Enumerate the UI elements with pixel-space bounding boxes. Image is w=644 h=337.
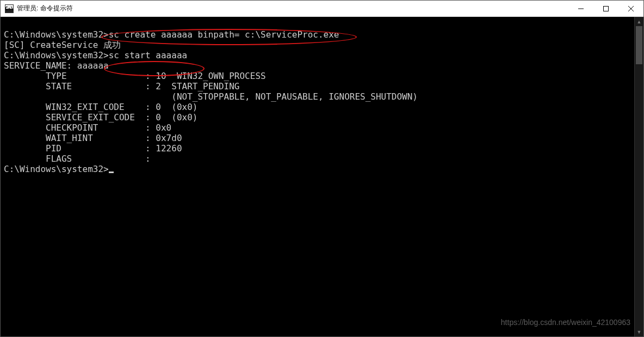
output-line: C:\Windows\system32> bbox=[4, 164, 631, 174]
maximize-button[interactable] bbox=[593, 1, 618, 16]
output-line: C:\Windows\system32>sc create aaaaaa bin… bbox=[4, 29, 631, 40]
output-line: WAIT_HINT : 0x7d0 bbox=[4, 133, 631, 143]
scroll-up-button[interactable]: ▲ bbox=[635, 17, 643, 26]
vertical-scrollbar[interactable]: ▲ ▼ bbox=[634, 17, 643, 336]
output-line: SERVICE_NAME: aaaaaa bbox=[4, 60, 631, 71]
output-line: FLAGS : bbox=[4, 154, 631, 164]
output-line: PID : 12260 bbox=[4, 143, 631, 154]
output-line: C:\Windows\system32>sc start aaaaaa bbox=[4, 50, 631, 60]
output-line: CHECKPOINT : 0x0 bbox=[4, 122, 631, 133]
titlebar[interactable]: C:\ 管理员: 命令提示符 bbox=[1, 1, 643, 17]
command-text: sc create aaaaaa binpath= c:\ServiceProc… bbox=[109, 29, 339, 40]
output-line: [SC] CreateService 成功 bbox=[4, 40, 631, 50]
command-text: sc start aaaaaa bbox=[109, 50, 188, 60]
output-line: STATE : 2 START_PENDING bbox=[4, 81, 631, 91]
command-prompt-window: C:\ 管理员: 命令提示符 C:\Windows\system32>sc cr… bbox=[0, 0, 644, 337]
scrollbar-thumb[interactable] bbox=[636, 26, 642, 64]
terminal-container: C:\Windows\system32>sc create aaaaaa bin… bbox=[1, 17, 643, 336]
prompt-text: C:\Windows\system32> bbox=[4, 29, 109, 40]
cmd-icon: C:\ bbox=[5, 4, 14, 13]
output-line: TYPE : 10 WIN32_OWN_PROCESS bbox=[4, 71, 631, 81]
minimize-button[interactable] bbox=[568, 1, 593, 16]
prompt-text: C:\Windows\system32> bbox=[4, 50, 109, 60]
svg-rect-1 bbox=[604, 6, 609, 11]
output-line: (NOT_STOPPABLE, NOT_PAUSABLE, IGNORES_SH… bbox=[4, 91, 631, 102]
output-line: SERVICE_EXIT_CODE : 0 (0x0) bbox=[4, 112, 631, 122]
prompt-text: C:\Windows\system32> bbox=[4, 164, 109, 174]
close-button[interactable] bbox=[618, 1, 643, 16]
output-line: WIN32_EXIT_CODE : 0 (0x0) bbox=[4, 102, 631, 112]
cursor bbox=[109, 171, 114, 173]
window-title: 管理员: 命令提示符 bbox=[17, 4, 568, 13]
window-controls bbox=[568, 1, 643, 16]
scroll-down-button[interactable]: ▼ bbox=[635, 327, 643, 336]
terminal-output[interactable]: C:\Windows\system32>sc create aaaaaa bin… bbox=[1, 17, 634, 336]
